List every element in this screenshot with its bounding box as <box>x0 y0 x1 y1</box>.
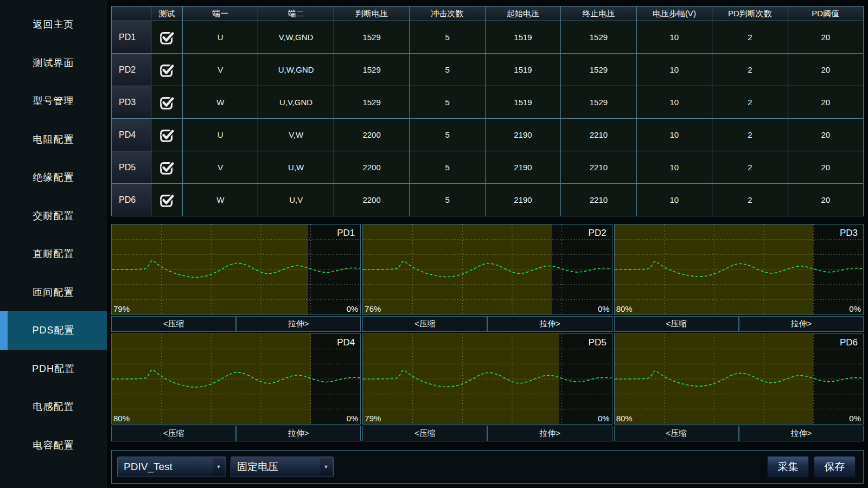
column-header: PD判断次数 <box>712 7 787 21</box>
table-cell[interactable]: 1529 <box>334 21 409 53</box>
table-cell[interactable]: 2200 <box>334 184 409 216</box>
table-cell[interactable]: V,W,GND <box>258 21 333 53</box>
table-cell[interactable]: 1529 <box>561 86 636 118</box>
test-checkbox[interactable] <box>159 159 175 176</box>
table-cell[interactable]: 2 <box>712 86 787 118</box>
sidebar-item-label: 型号管理 <box>33 94 74 107</box>
sidebar-item-pdh[interactable]: PDH配置 <box>0 350 107 388</box>
table-cell[interactable]: 10 <box>637 86 712 118</box>
stretch-button[interactable]: 拉伸> <box>236 426 361 441</box>
sidebar-item-inductance[interactable]: 电感配置 <box>0 388 107 426</box>
table-cell[interactable]: W <box>183 184 258 216</box>
test-checkbox[interactable] <box>159 29 175 46</box>
column-header: 起始电压 <box>486 7 560 21</box>
table-cell[interactable]: 1519 <box>486 54 560 86</box>
table-cell[interactable]: 20 <box>788 119 863 151</box>
compress-button[interactable]: <压缩 <box>362 316 487 332</box>
table-cell[interactable]: U <box>183 21 258 53</box>
table-cell[interactable]: 2 <box>712 151 787 183</box>
stretch-button[interactable]: 拉伸> <box>739 426 864 441</box>
table-cell[interactable]: 1519 <box>486 86 560 118</box>
table-cell[interactable]: 2190 <box>486 119 560 151</box>
table-cell[interactable]: 20 <box>788 21 863 53</box>
stretch-button[interactable]: 拉伸> <box>236 316 361 332</box>
table-cell[interactable]: U,V <box>258 184 333 216</box>
compress-button[interactable]: <压缩 <box>614 316 739 332</box>
table-cell[interactable]: 10 <box>637 21 712 53</box>
sidebar-item-pds[interactable]: PDS配置 <box>0 311 107 350</box>
table-cell[interactable]: 5 <box>410 86 484 118</box>
test-checkbox[interactable] <box>159 127 175 143</box>
sidebar-item-ac-withstand[interactable]: 交耐配置 <box>0 197 107 235</box>
table-cell[interactable]: 5 <box>410 151 484 183</box>
mode-select[interactable]: 固定电压 ▼ <box>231 457 334 477</box>
compress-button[interactable]: <压缩 <box>111 316 236 332</box>
stretch-button[interactable]: 拉伸> <box>487 316 612 332</box>
save-button[interactable]: 保存 <box>814 456 856 478</box>
test-checkbox[interactable] <box>159 62 175 78</box>
table-cell[interactable]: 2190 <box>486 184 560 216</box>
compress-button[interactable]: <压缩 <box>111 426 236 441</box>
table-cell[interactable]: 2 <box>712 21 787 53</box>
table-cell[interactable]: 1529 <box>561 21 636 53</box>
table-cell[interactable]: 1519 <box>486 21 560 53</box>
table-cell[interactable]: 2210 <box>561 151 636 183</box>
waveform-line <box>363 370 611 387</box>
table-cell[interactable]: 5 <box>410 54 484 86</box>
sidebar-item-capacitance[interactable]: 电容配置 <box>0 426 107 465</box>
chevron-down-icon[interactable]: ▼ <box>320 458 332 476</box>
sidebar-item-test-ui[interactable]: 测试界面 <box>0 44 107 82</box>
row-label: PD6 <box>112 184 151 216</box>
check-icon <box>159 29 175 46</box>
compress-button[interactable]: <压缩 <box>614 426 739 441</box>
table-cell[interactable]: 2 <box>712 184 787 216</box>
table-cell[interactable]: 2200 <box>334 151 409 183</box>
table-cell[interactable]: W <box>183 86 258 118</box>
profile-select[interactable]: PDIV_Test ▼ <box>117 457 226 477</box>
stretch-button[interactable]: 拉伸> <box>487 426 612 441</box>
sidebar-item-home[interactable]: 返回主页 <box>0 5 107 44</box>
chevron-down-icon[interactable]: ▼ <box>213 458 225 476</box>
table-cell[interactable]: 1529 <box>334 86 409 118</box>
table-cell[interactable]: U,W,GND <box>258 54 333 86</box>
table-cell[interactable]: 5 <box>410 119 484 151</box>
sidebar-item-interturn[interactable]: 匝间配置 <box>0 273 107 312</box>
sidebar-item-insulation[interactable]: 绝缘配置 <box>0 158 107 197</box>
table-cell[interactable]: 20 <box>788 86 863 118</box>
table-cell[interactable]: 2210 <box>561 119 636 151</box>
sidebar-item-resistance[interactable]: 电阻配置 <box>0 120 107 159</box>
stretch-button[interactable]: 拉伸> <box>739 316 864 332</box>
chart-right-percent: 0% <box>849 414 861 423</box>
table-cell[interactable]: 10 <box>637 184 712 216</box>
sidebar-item-dc-withstand[interactable]: 直耐配置 <box>0 235 107 273</box>
table-cell[interactable]: 5 <box>410 184 484 216</box>
table-cell[interactable]: U,W <box>258 151 333 183</box>
table-cell[interactable]: V,W <box>258 119 333 151</box>
chart-panel-pd5: PD579%0% <box>362 333 612 425</box>
table-cell[interactable]: 20 <box>788 184 863 216</box>
table-cell[interactable]: 2 <box>712 54 787 86</box>
table-cell[interactable]: 5 <box>410 21 484 53</box>
table-cell[interactable]: 2190 <box>486 151 560 183</box>
table-cell[interactable]: V <box>183 151 258 183</box>
sidebar-item-model[interactable]: 型号管理 <box>0 82 107 120</box>
table-cell[interactable]: 20 <box>788 151 863 183</box>
test-checkbox[interactable] <box>159 192 175 208</box>
test-checkbox[interactable] <box>159 94 175 111</box>
table-cell[interactable]: 2210 <box>561 184 636 216</box>
table-cell[interactable]: U,V,GND <box>258 86 333 118</box>
table-cell[interactable]: U <box>183 119 258 151</box>
collect-button[interactable]: 采集 <box>767 456 809 478</box>
table-cell[interactable]: 2200 <box>334 119 409 151</box>
table-cell[interactable]: 1529 <box>334 54 409 86</box>
table-cell[interactable]: V <box>183 54 258 86</box>
chart-right-percent: 0% <box>598 304 610 313</box>
compress-button[interactable]: <压缩 <box>362 426 487 441</box>
chart-left-percent: 79% <box>113 304 130 313</box>
table-cell[interactable]: 1529 <box>561 54 636 86</box>
table-cell[interactable]: 10 <box>637 119 712 151</box>
table-cell[interactable]: 10 <box>637 151 712 183</box>
table-cell[interactable]: 10 <box>637 54 712 86</box>
table-cell[interactable]: 2 <box>712 119 787 151</box>
table-cell[interactable]: 20 <box>788 54 863 86</box>
